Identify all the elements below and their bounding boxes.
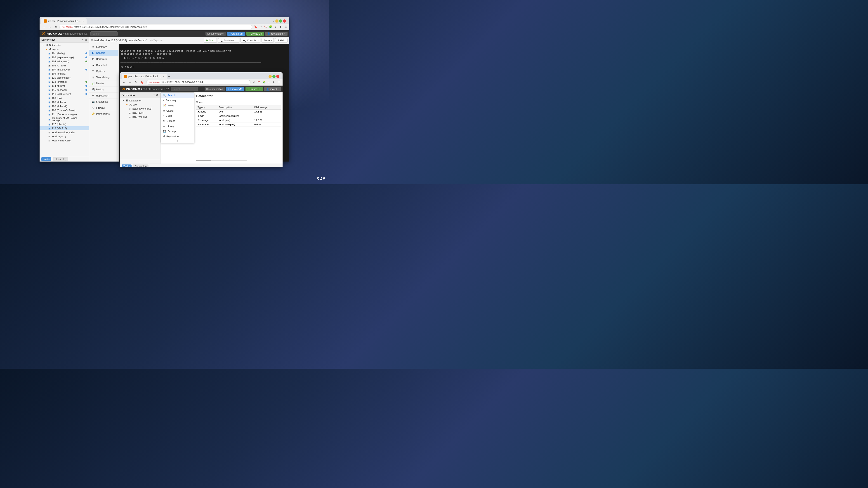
dropdown-cluster-item[interactable]: ⊞ Cluster [161,108,194,113]
sidebar-item-105[interactable]: ▣ 105 (CT105) [39,64,89,68]
maximize-button[interactable]: □ [279,20,282,23]
second-music-icon[interactable]: ♪ [267,80,271,84]
sidebar-item-104[interactable]: ▣ 104 (wireguard) [39,59,89,64]
proxmox-search-input[interactable] [90,31,118,36]
sidebar-item-117[interactable]: ▣ 117 (Ubuntu) [39,122,89,126]
sidebar-item-datacenter[interactable]: ▾ 🖥 Datacenter [39,43,89,47]
start-button[interactable]: ▶ Start [204,38,217,43]
second-minimize-button[interactable]: − [269,75,272,78]
sidebar-item-server[interactable]: ▾ 🖧 ayush [39,47,89,51]
second-bookmark-button[interactable]: 🔖 [140,80,145,85]
minimize-button[interactable]: − [275,20,278,23]
second-user-menu-button[interactable]: 👤 root@... [264,87,281,91]
second-menu-icon[interactable]: ☰ [277,80,281,84]
second-extensions-icon[interactable]: 🧩 [262,80,266,84]
second-sidebar-scroll-up[interactable]: ▲ [120,159,160,164]
dropdown-options-item[interactable]: ⚙ Options [161,118,194,123]
tasks-button[interactable]: Tasks [41,157,51,161]
second-shield-icon[interactable]: 🛡 [257,80,261,84]
back-button[interactable]: ← [41,25,46,29]
second-sidebar-settings[interactable]: ⚙ [156,94,158,97]
dropdown-ceph-item[interactable]: ○ Ceph [161,113,194,118]
download-icon[interactable]: ⬇ [278,25,283,29]
create-vm-button[interactable]: + Create VM [227,32,245,36]
sidebar-item-localnetwork-ayush[interactable]: ⊞ localnetwork (ayush) [39,130,89,134]
second-sidebar-pve[interactable]: ▾ 🖧 pve [120,103,160,107]
sidebar-settings-icon[interactable]: ⚙ [85,38,87,41]
second-address-bar[interactable]: Not secure https://192.168.31.32:8006/#v… [146,80,250,85]
close-button[interactable]: ✕ [283,20,286,23]
dropdown-scroll-down[interactable]: ▼ [161,139,194,143]
second-tasks-button[interactable]: Tasks [122,164,131,167]
active-browser-tab[interactable]: ✕ ayush - Proxmox Virtual Enviro... ✕ [41,18,87,24]
sidebar-item-118[interactable]: ▣ 118 (VM 118) [39,126,89,130]
extensions-icon[interactable]: 🧩 [269,25,273,29]
nav-item-console[interactable]: ▶ Console [89,50,119,56]
more-button[interactable]: More ▼ [261,38,274,43]
nav-item-cloud-init[interactable]: ☁ Cloud-Init [89,62,119,68]
sidebar-item-101[interactable]: ▣ 101 (dashy) [39,51,89,55]
second-cluster-log-button[interactable]: Cluster log [133,164,149,167]
second-tab-close[interactable]: ✕ [163,75,164,78]
bookmark-icon[interactable]: 🔖 [254,25,258,29]
sidebar-item-114[interactable]: ▣ 114 (trilium) [39,84,89,88]
address-bar[interactable]: Not secure https://192.168.31.225:8006/#… [59,25,252,29]
new-tab-button[interactable]: + [88,19,90,23]
sidebar-item-111[interactable]: ▣ 111 (Docker-manager) [39,112,89,116]
user-menu-button[interactable]: 👤 root@pam ▼ [266,32,287,36]
firefox-shield-icon[interactable]: 🛡 [264,25,268,29]
sidebar-item-116[interactable]: ▣ 116 (calibre-web) [39,92,89,96]
second-proxmox-search-input[interactable] [170,87,198,91]
window-expand-icon[interactable]: ⌄ [273,20,275,23]
sidebar-item-112[interactable]: ▣ 112 (Copy-of-VM-Docker-manager) [39,116,89,122]
second-sidebar-dropdown[interactable]: ▼ [153,94,155,96]
dropdown-storage-item[interactable]: ☰ Storage [161,123,194,129]
refresh-button[interactable]: ↻ [54,25,58,29]
second-refresh-button[interactable]: ↻ [134,80,138,85]
sidebar-item-108[interactable]: ▣ 108 (TrueNAS-Scale) [39,108,89,112]
second-sidebar-local-lvm-pve[interactable]: ☰ local-lvm (pve) [120,115,160,119]
sidebar-item-103[interactable]: ▣ 103 (debian) [39,100,89,104]
dropdown-search-item[interactable]: 🔍 Search [161,93,194,98]
second-sidebar-datacenter[interactable]: ▾ 🖥 Datacenter [120,98,160,103]
dropdown-summary-item[interactable]: ≡ Summary [161,98,194,103]
sidebar-item-109[interactable]: ▣ 109 (ansible) [39,72,89,76]
second-forward-button[interactable]: → [128,80,132,85]
sidebar-item-102[interactable]: ▣ 102 (paperless-ngx) [39,55,89,59]
second-download-icon[interactable]: ⬇ [272,80,276,84]
second-maximize-button[interactable]: □ [272,75,276,78]
menu-icon[interactable]: ☰ [283,25,287,29]
sidebar-item-106[interactable]: ▣ 106 (debian2) [39,104,89,108]
second-create-vm-button[interactable]: + Create VM [226,87,244,91]
table-header-type[interactable]: Type ↑ [196,105,217,109]
console-button[interactable]: ▶_ Console ▼ [241,38,260,43]
sidebar-item-100[interactable]: ▣ 100 (HA) [39,96,89,100]
nav-item-task-history[interactable]: ◷ Task History [89,74,119,80]
sidebar-item-113[interactable]: ▣ 113 (grafana) [39,80,89,84]
nav-item-options[interactable]: ☰ Options [89,68,119,74]
tab-close-button[interactable]: ✕ [83,20,84,22]
nav-item-backup[interactable]: 💾 Backup [89,87,119,93]
help-button[interactable]: ? Help [275,38,287,43]
dc-scrollbar[interactable] [196,159,281,162]
sidebar-item-local-lvm-ayush[interactable]: ☰ local-lvm (ayush) [39,138,89,142]
nav-item-hardware[interactable]: ⊞ Hardware [89,56,119,62]
sidebar-item-110[interactable]: ▣ 110 (zoneminder) [39,76,89,80]
second-new-tab-button[interactable]: + [167,74,171,78]
forward-button[interactable]: → [48,25,52,29]
dropdown-backup-item[interactable]: 💾 Backup [161,129,194,134]
shutdown-button[interactable]: ⏻ Shutdown ▼ [218,38,239,43]
second-documentation-button[interactable]: Documentation [205,87,225,91]
second-expand-icon[interactable]: ⌄ [266,75,268,78]
documentation-button[interactable]: Documentation [206,32,226,36]
dropdown-notes-item[interactable]: 📝 Notes [161,103,194,108]
nav-item-summary[interactable]: ≡ Summary [89,44,119,50]
nav-item-firewall[interactable]: 🛡 Firewall [89,105,119,111]
second-back-button[interactable]: ← [122,80,126,85]
nav-item-snapshots[interactable]: 📷 Snapshots [89,99,119,105]
second-sidebar-localnetwork[interactable]: ⊞ localnetwork (pve) [120,107,160,111]
dropdown-replication-item[interactable]: ↺ Replication [161,134,194,139]
nav-item-permissions[interactable]: 🔑 Permissions [89,111,119,117]
sidebar-item-107[interactable]: ▣ 107 (motioneye) [39,68,89,72]
sidebar-item-local-ayush[interactable]: ☰ local (ayush) [39,134,89,138]
